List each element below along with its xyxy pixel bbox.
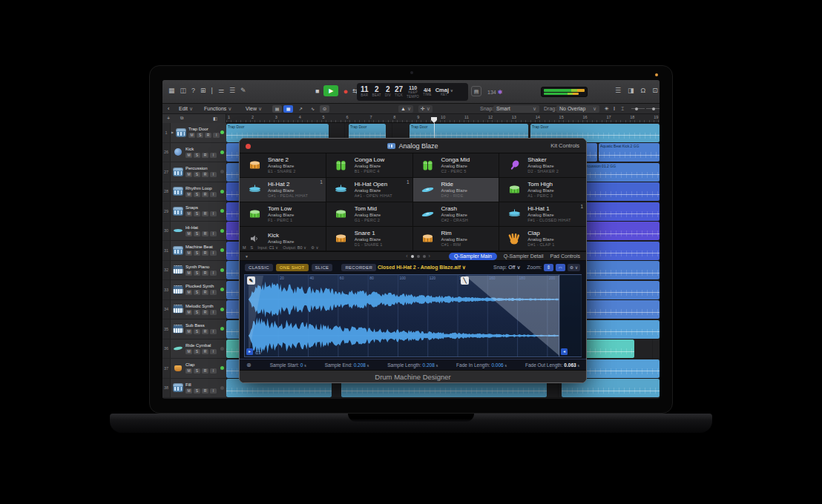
track-i-button[interactable]: I	[210, 329, 217, 334]
track-m-button[interactable]: M	[188, 133, 195, 138]
region-view-icon[interactable]: ▦	[283, 105, 293, 113]
pad-snare-2[interactable]: Snare 2Analog BlazeE1 - SNARE 2	[240, 153, 326, 178]
back-icon[interactable]: ‹	[168, 106, 169, 111]
root-key-prev-button[interactable]: ▸	[246, 348, 253, 355]
disclosure-triangle-icon[interactable]: ▶	[171, 130, 174, 134]
pad-hi-hat-1[interactable]: Hi-Hat 1Analog BlazeF#1 - CLOSED HIHAT1	[499, 202, 586, 227]
track-r-button[interactable]: R	[202, 271, 208, 276]
zoom-slider-v[interactable]	[631, 108, 645, 109]
automation-icon[interactable]: ↗	[296, 105, 306, 113]
pad-conga-low[interactable]: Conga LowAnalog BlazeB1 - PERC 4	[326, 153, 413, 178]
track-s-button[interactable]: S	[194, 251, 200, 256]
pad-hi-hat-open[interactable]: Hi-Hat OpenAnalog BlazeA#1 - OPEN HIHAT1	[326, 178, 413, 202]
mixer-icon[interactable]: ☰	[229, 87, 235, 94]
track-header-sub-bass[interactable]: 35Sub BassMSRI	[162, 319, 226, 339]
zoom-vertical-button[interactable]: ⇕	[544, 264, 553, 271]
close-button[interactable]	[246, 144, 251, 149]
track-header-plucked-synth[interactable]: 33Plucked SynthMSRI	[162, 280, 226, 300]
track-r-button[interactable]: R	[202, 211, 208, 216]
track-r-button[interactable]: R	[202, 349, 208, 354]
sample-end-button[interactable]: ◂	[561, 348, 568, 355]
track-r-button[interactable]: R	[202, 329, 208, 334]
plugin-titlebar[interactable]: Analog Blaze Kit Controls	[240, 139, 586, 153]
pad-snare-1[interactable]: Snare 1Analog BlazeD1 - SNARE 1	[326, 227, 413, 251]
track-m-button[interactable]: M	[185, 349, 192, 354]
add-track-button[interactable]: +	[167, 116, 170, 121]
library-icon[interactable]: ▦	[168, 87, 175, 94]
lcd-display[interactable]: 11BAR 2BEAT 2DIV 27TICK 110KEEPTEMPO 4/4…	[357, 83, 468, 101]
pad-tom-low[interactable]: Tom LowAnalog BlazeF1 - PERC 1	[240, 202, 326, 227]
field-fade-in-length[interactable]: Fade In Length: 0.006 s	[456, 362, 507, 368]
track-i-button[interactable]: I	[210, 368, 217, 374]
record-button[interactable]: ●	[343, 87, 348, 96]
pad-input[interactable]: Input: C1 ∨	[257, 245, 278, 250]
list-editors-button[interactable]: ▤	[471, 86, 481, 96]
waveform-display[interactable]: 20406080100120140160180200 ✎ ╲ ▸ C3 ◂	[244, 274, 582, 357]
track-i-button[interactable]: I	[210, 153, 217, 158]
notifications-bell-icon[interactable]: Ω	[641, 87, 646, 94]
track-i-button[interactable]: I	[210, 192, 217, 197]
prev-page-icon[interactable]: ‹	[406, 253, 407, 259]
track-i-button[interactable]: I	[210, 251, 217, 256]
track-i-button[interactable]: I	[210, 310, 217, 315]
pad-solo-button[interactable]: S	[251, 245, 254, 250]
track-i-button[interactable]: I	[210, 388, 217, 394]
browser-icon[interactable]: ◨	[628, 87, 634, 94]
mode-tab-classic[interactable]: CLASSIC	[245, 264, 273, 271]
region[interactable]: Aquatic Beat Kick.2 GG	[599, 143, 660, 162]
next-page-icon[interactable]: ›	[429, 253, 430, 259]
track-i-button[interactable]: I	[210, 172, 217, 177]
track-s-button[interactable]: S	[194, 231, 200, 236]
track-r-button[interactable]: R	[202, 251, 208, 256]
track-header-kick[interactable]: 26KickMSRI	[162, 143, 226, 163]
track-m-button[interactable]: M	[185, 310, 192, 315]
track-header-snaps[interactable]: 29SnapsMSRI	[162, 202, 226, 222]
track-m-button[interactable]: M	[185, 290, 192, 295]
pad-ride[interactable]: RideAnalog BlazeD#2 - RIDE	[413, 178, 500, 202]
quick-help-icon[interactable]: ?	[191, 87, 195, 94]
fade-out-handle[interactable]: ╲	[461, 276, 469, 285]
field-fade-out-length[interactable]: Fade Out Length: 0.063 s	[525, 362, 579, 368]
track-i-button[interactable]: I	[210, 349, 217, 354]
pointer-tool[interactable]: ▲ ∨	[398, 105, 413, 113]
track-i-button[interactable]: I	[213, 133, 220, 138]
zoom-h-icon[interactable]: ⌶	[621, 106, 624, 112]
track-s-button[interactable]: S	[194, 329, 200, 334]
snap-dropdown[interactable]: Smart ∨	[493, 105, 539, 113]
track-m-button[interactable]: M	[185, 153, 192, 158]
pad-hi-hat-2[interactable]: Hi-Hat 2Analog BlazeG#1 - PEDAL HIHAT1	[240, 178, 326, 202]
track-header-synth-piano[interactable]: 32Synth PianoMSRI	[162, 261, 226, 281]
track-header-percussion[interactable]: 27PercussionMSRI	[162, 162, 226, 182]
track-r-button[interactable]: R	[202, 153, 208, 158]
track-r-button[interactable]: R	[202, 310, 208, 315]
clear-sample-icon[interactable]: ⊗	[246, 362, 251, 368]
track-header-fill[interactable]: 38FillMSRI	[162, 379, 226, 399]
track-s-button[interactable]: S	[194, 172, 200, 177]
waveform-settings-gear[interactable]: ⚙ ∨	[568, 264, 580, 271]
editors-icon[interactable]: ✎	[240, 87, 246, 94]
track-m-button[interactable]: M	[185, 211, 192, 216]
play-button[interactable]: ▶	[323, 85, 338, 96]
tab-q-sampler-main[interactable]: Q-Sampler Main	[449, 253, 497, 260]
track-r-button[interactable]: R	[202, 388, 208, 394]
track-s-button[interactable]: S	[194, 153, 200, 158]
track-s-button[interactable]: S	[194, 310, 200, 315]
track-s-button[interactable]: S	[194, 368, 200, 374]
kit-controls-link[interactable]: Kit Controls	[550, 142, 579, 149]
track-s-button[interactable]: S	[194, 349, 200, 354]
track-s-button[interactable]: S	[197, 133, 203, 138]
snap-grid-icon[interactable]: ✳	[605, 106, 609, 112]
track-m-button[interactable]: M	[185, 192, 192, 197]
zoom-v-icon[interactable]: I	[614, 106, 615, 111]
track-m-button[interactable]: M	[185, 388, 192, 394]
mode-tab-one-shot[interactable]: ONE SHOT	[276, 264, 309, 271]
flex-icon[interactable]: ∿	[308, 105, 318, 113]
tab-pad-controls[interactable]: Pad Controls	[550, 253, 580, 259]
track-s-button[interactable]: S	[194, 271, 200, 276]
stop-button[interactable]: ■	[315, 87, 319, 95]
track-m-button[interactable]: M	[185, 251, 192, 256]
track-i-button[interactable]: I	[210, 271, 217, 276]
mode-tab-slice[interactable]: SLICE	[312, 264, 333, 271]
pad-settings-gear-icon[interactable]: ⚙ ∨	[311, 245, 318, 250]
track-r-button[interactable]: R	[205, 133, 211, 138]
